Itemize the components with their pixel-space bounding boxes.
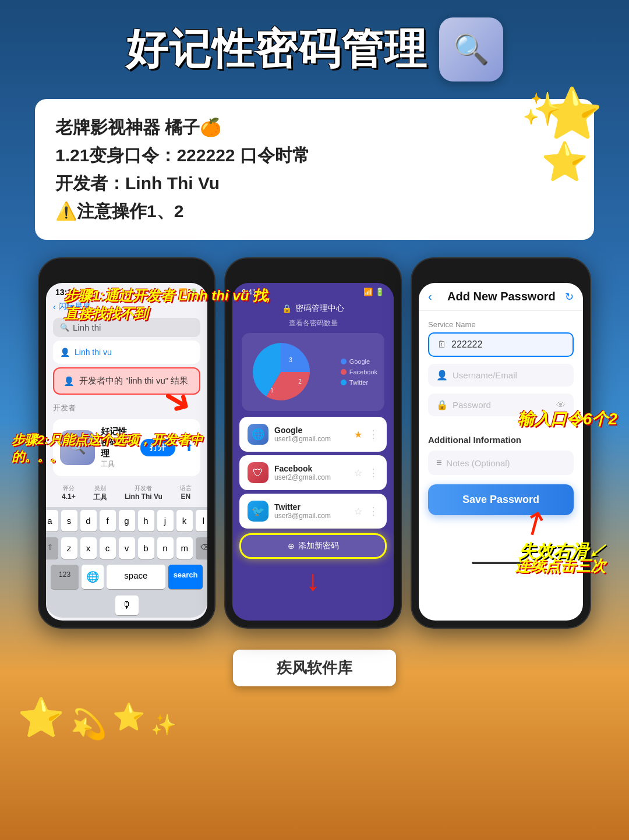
star-empty-icon-2[interactable]: ☆ (354, 506, 362, 517)
arrow-add-btn: ↓ (232, 563, 394, 597)
pw-twitter-info: Twitter user3@gmail.com (274, 502, 348, 520)
key-emoji[interactable]: 🌐 (82, 565, 103, 589)
key-j[interactable]: j (157, 510, 174, 531)
info-card: 老牌影视神器 橘子🍊 1.21变身口令：222222 口令时常 开发者：Linh… (35, 99, 594, 240)
phone1-notch (98, 265, 156, 279)
page-title: 好记性密码管理 (126, 22, 427, 77)
phone2-header: 🔒 密码管理中心 (232, 301, 394, 318)
app-icon: 🔍 (439, 17, 503, 81)
lock-form-icon: 🔒 (436, 399, 448, 410)
key-b[interactable]: b (138, 537, 154, 559)
pw-facebook[interactable]: 🛡 Facebook user2@gmail.com ☆ ⋮ (239, 455, 387, 490)
phone2-statusbar: 9:41 📶 🔋 (232, 283, 394, 301)
svg-text:3: 3 (289, 357, 292, 363)
key-123[interactable]: 123 (51, 565, 79, 589)
key-m[interactable]: m (176, 537, 193, 559)
pw-google-info: Google user1@gmail.com (274, 426, 348, 443)
key-s[interactable]: s (61, 510, 77, 531)
notes-icon: ≡ (436, 458, 441, 468)
key-a[interactable]: a (46, 510, 58, 531)
username-input[interactable]: 👤 Username/Email (428, 364, 574, 387)
pw-twitter-icon: 🐦 (248, 501, 268, 522)
bottom-banner: 疾风软件库 (233, 650, 396, 686)
star-empty-icon[interactable]: ☆ (354, 467, 362, 479)
bottom-star-3: ⭐ (112, 701, 145, 741)
open-button[interactable]: 打开 (140, 439, 175, 456)
star-icon[interactable]: ★ (354, 429, 362, 440)
pw-twitter[interactable]: 🐦 Twitter user3@gmail.com ☆ ⋮ (239, 494, 387, 529)
search-icon: 🔍 (60, 323, 69, 332)
pw-facebook-info: Facebook user2@gmail.com (274, 464, 348, 481)
add-password-btn[interactable]: ⊕ 添加新密码 (239, 533, 387, 559)
phone3-notch (472, 265, 530, 279)
service-name-input[interactable]: 🗓 222222 (428, 332, 574, 357)
more-icon[interactable]: ⋮ (368, 428, 379, 441)
password-input[interactable]: 🔒 Password 👁 (428, 394, 574, 416)
lock-icon: 🔒 (282, 304, 292, 313)
star-decoration-medium: ⭐ (541, 140, 588, 184)
bottom-star-4: ✨ (151, 713, 176, 741)
info-text: 老牌影视神器 橘子🍊 1.21变身口令：222222 口令时常 开发者：Linh… (55, 114, 574, 225)
refresh-icon[interactable]: ↻ (565, 290, 574, 303)
bottom-stars: ⭐ 💫 ⭐ ✨ (0, 696, 629, 753)
key-c[interactable]: c (100, 537, 116, 559)
bottom-banner-wrapper: 疾风软件库 (0, 640, 629, 696)
key-l[interactable]: l (196, 510, 208, 531)
phone1-back-btn[interactable]: ‹ 闪际星星 (46, 299, 207, 314)
pw-google[interactable]: 🌐 Google user1@gmail.com ★ ⋮ (239, 417, 387, 452)
phone1-frame: 13:13 📶 🔋 ‹ 闪际星星 🔍 Linh thi 👤 Linh thi v… (38, 257, 215, 629)
person-icon: 👤 (436, 370, 448, 381)
notes-input[interactable]: ≡ Notes (Optional) (428, 451, 574, 475)
key-z[interactable]: z (61, 537, 77, 559)
form-section: Service Name 🗓 222222 👤 Username/Email 🔒… (419, 311, 583, 433)
key-f[interactable]: f (100, 510, 116, 531)
key-k[interactable]: k (176, 510, 193, 531)
phone1-search-bar[interactable]: 🔍 Linh thi (53, 318, 200, 337)
app-icon-small: 🔍 (60, 430, 95, 465)
pw-google-icon: 🌐 (248, 424, 268, 445)
bottom-star-2: 💫 (70, 707, 107, 741)
title-section: 好记性密码管理 🔍 (0, 0, 629, 93)
phone3-header: ‹ Add New Password ↻ (419, 283, 583, 311)
phone1-app-card: 🔍 好记性密码管理 工具 打开 ⬆ (53, 419, 200, 476)
more-icon-3[interactable]: ⋮ (368, 505, 379, 518)
phones-section: 失效右滑↙ 步骤1:通过开发者 Linh thi vü 找,直接找找不到 ➜ 步… (0, 251, 629, 635)
phone2-notch (284, 265, 342, 279)
eye-icon[interactable]: 👁 (556, 400, 566, 410)
service-icon: 🗓 (437, 339, 447, 350)
more-icon-2[interactable]: ⋮ (368, 466, 379, 479)
chart-label: 查看各密码数量 (232, 318, 394, 333)
phone1-statusbar: 13:13 📶 🔋 (46, 283, 207, 299)
key-x[interactable]: x (80, 537, 97, 559)
save-password-button[interactable]: Save Password (428, 484, 574, 515)
pw-facebook-icon: 🛡 (248, 462, 268, 483)
additional-info-title: Additional Information (419, 435, 583, 445)
phone3-screen: ‹ Add New Password ↻ Service Name 🗓 2222… (419, 283, 583, 621)
phone1-meta: 评分4.1+ 类别工具 开发者Linh Thi Vu 语言EN (46, 480, 207, 507)
key-h[interactable]: h (138, 510, 154, 531)
key-g[interactable]: g (119, 510, 135, 531)
chart-legend: Google Facebook Twitter (341, 358, 377, 386)
app-info: 好记性密码管理 工具 (101, 426, 135, 469)
phone1-screen: 13:13 📶 🔋 ‹ 闪际星星 🔍 Linh thi 👤 Linh thi v… (46, 283, 207, 621)
key-n[interactable]: n (157, 537, 174, 559)
key-d[interactable]: d (80, 510, 97, 531)
key-search[interactable]: search (168, 565, 203, 589)
phone1-result-item[interactable]: 👤 Linh thi vu (53, 341, 200, 364)
svg-text:1: 1 (270, 387, 274, 394)
phone3-home-indicator (472, 562, 530, 564)
key-v[interactable]: v (119, 537, 135, 559)
key-delete[interactable]: ⌫ (196, 537, 208, 559)
chart-section: 3 2 1 Google Facebook Twitter (242, 333, 384, 411)
key-mic[interactable]: 🎙 (115, 596, 139, 615)
phone3-back-btn[interactable]: ‹ (428, 290, 432, 303)
phone2-frame: 9:41 📶 🔋 🔒 密码管理中心 查看各密码数量 3 (224, 257, 402, 629)
phone2-screen: 9:41 📶 🔋 🔒 密码管理中心 查看各密码数量 3 (232, 283, 394, 621)
key-shift[interactable]: ⇧ (46, 537, 58, 559)
keyboard: a s d f g h j k l ⇧ z x c v b n (46, 507, 207, 618)
svg-text:2: 2 (298, 378, 302, 385)
pie-chart: 3 2 1 (249, 340, 313, 404)
key-space[interactable]: space (107, 565, 166, 589)
phone3-frame: ‹ Add New Password ↻ Service Name 🗓 2222… (411, 257, 591, 629)
share-icon[interactable]: ⬆ (185, 441, 193, 454)
